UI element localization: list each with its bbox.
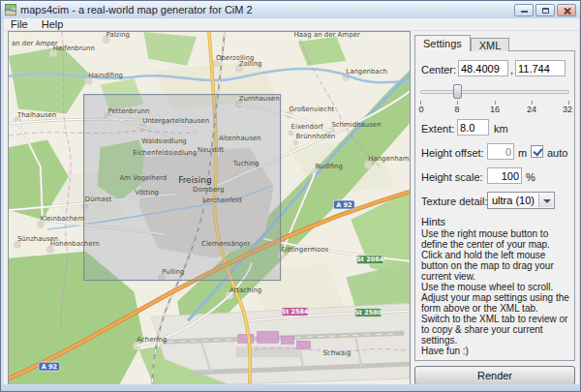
map-label: Schwaig (322, 349, 351, 357)
map-label: Eittingermoos (282, 246, 329, 254)
texture-detail-label: Texture detail: (421, 196, 487, 207)
slider-tick-label: 0 (418, 105, 423, 114)
map-label: Tuching (232, 160, 260, 167)
extent-label: Extent: (421, 123, 454, 135)
svg-text:A 92: A 92 (336, 201, 352, 209)
slider-tick-label: 8 (454, 105, 459, 114)
app-window: maps4cim - a real-world map generator fo… (0, 0, 581, 392)
map-label: Untergartelshausen (142, 117, 209, 125)
height-scale-label: Height scale: (421, 171, 483, 183)
map-view[interactable]: an der AmperPalzingHaag an der AmperHelf… (8, 31, 411, 385)
svg-text:St 2580: St 2580 (354, 309, 382, 317)
map-label: Pulling (162, 268, 184, 276)
map-label: Haag an der Amper (294, 32, 360, 39)
road-badge: St 2584 (282, 307, 309, 316)
menubar: File Help (4, 18, 579, 31)
map-label: Am Vogelherd (119, 174, 167, 182)
map-label: Pettenbrunn (108, 107, 150, 115)
svg-text:St 2584: St 2584 (282, 308, 309, 316)
titlebar: maps4cim - a real-world map generator fo… (1, 1, 580, 18)
map-label: Zurnhausen (239, 95, 280, 103)
center-label: Center: (421, 64, 456, 75)
height-scale-unit: % (526, 171, 535, 183)
hints-title: Hints (421, 216, 445, 227)
close-button[interactable] (557, 4, 576, 16)
texture-detail-select[interactable]: ultra (10) (487, 192, 555, 209)
road-badge: St 2580 (354, 308, 382, 317)
map-label: Rudlfing (315, 163, 342, 170)
map-label: Eichenfeldsiedlung (133, 149, 197, 157)
map-label: Achering (137, 336, 167, 344)
hint-text: Click and hold the left mouse button on … (421, 250, 569, 282)
height-offset-input[interactable] (487, 143, 514, 160)
chevron-down-icon (543, 199, 551, 203)
client-area: File Help (4, 18, 579, 386)
center-lat-input[interactable] (458, 60, 508, 76)
height-offset-unit: m (518, 147, 527, 159)
map-label: Langenbach (346, 68, 387, 75)
center-separator: , (510, 64, 513, 75)
height-offset-label: Height offset: (421, 147, 484, 159)
map-label: Attaching (229, 286, 261, 294)
auto-checkbox[interactable] (531, 145, 543, 158)
window-bottom-frame (1, 384, 580, 391)
height-scale-input[interactable] (487, 167, 522, 184)
map-label: Freising (178, 175, 211, 185)
map-label: Eixendorf (291, 123, 323, 131)
map-label: Waldsiedlung (141, 137, 186, 145)
slider-track[interactable] (420, 90, 569, 94)
svg-text:St 2084: St 2084 (356, 256, 383, 263)
settings-panel: Settings XML Center: , 0 (414, 35, 575, 385)
map-label: Brünnhofen (296, 133, 336, 140)
map-label: Zolling (239, 60, 262, 68)
app-icon (5, 4, 16, 15)
road-badge: St 2084 (356, 256, 383, 264)
center-lon-input[interactable] (515, 60, 566, 76)
slider-tick-label: 32 (563, 105, 572, 114)
hint-text: Switch to the XML tab to review or to co… (421, 314, 569, 346)
road-badge: A 92 (39, 362, 60, 371)
map-label: Lerchenfeld (202, 196, 242, 204)
slider-tick-label: 24 (527, 105, 536, 114)
auto-label: auto (547, 147, 567, 159)
minimize-button[interactable] (514, 4, 534, 16)
map-label: Großenviecht (290, 106, 335, 113)
svg-text:A 92: A 92 (42, 363, 57, 371)
slider-thumb[interactable] (453, 84, 462, 99)
settings-pane: Center: , 0 8 16 24 32 (414, 50, 575, 361)
map-label: Palzing (107, 32, 130, 39)
map-label: Hohenbachern (50, 240, 100, 248)
hint-text: Use the right mouse button to define the… (421, 228, 569, 250)
hint-text: Adjust your map settings using the form … (421, 292, 569, 314)
map-label: Neustift (198, 146, 225, 154)
tab-xml[interactable]: XML (471, 38, 510, 51)
combo-arrow-button[interactable] (538, 194, 553, 207)
window-title: maps4cim - a real-world map generator fo… (20, 4, 512, 15)
maximize-icon (542, 8, 549, 14)
map-label: Altenhausen (219, 135, 260, 142)
texture-detail-value: ultra (10) (492, 195, 535, 206)
render-button[interactable]: Render (414, 366, 575, 385)
road-badge: A 92 (333, 200, 354, 209)
extent-input[interactable] (457, 119, 489, 136)
hint-text: Use the mouse wheel to scroll. (421, 282, 569, 292)
map-label: Thalhausen (16, 111, 56, 119)
menu-help[interactable]: Help (35, 18, 71, 31)
hint-text: Have fun :) (421, 346, 569, 356)
map-label: Vötting (135, 189, 159, 196)
map-label: an der Amper (12, 40, 58, 47)
map-label: Clemensänger (201, 240, 251, 248)
maximize-button[interactable] (535, 4, 555, 16)
map-label: Dürnast (85, 196, 112, 203)
map-label: Domberg (193, 186, 224, 194)
tab-bar: Settings XML (414, 35, 509, 51)
map-label: Hangenham (368, 155, 410, 163)
extent-unit: km (494, 123, 508, 135)
menu-file[interactable]: File (4, 18, 35, 31)
map-label: Haindlfing (89, 72, 123, 79)
map-label: Kleinbachern (41, 215, 84, 223)
extent-slider[interactable]: 0 8 16 24 32 (420, 81, 569, 114)
hints-block: Use the right mouse button to define the… (421, 228, 569, 356)
tab-settings[interactable]: Settings (414, 35, 471, 51)
map-label: Schmidhausen (331, 121, 381, 129)
